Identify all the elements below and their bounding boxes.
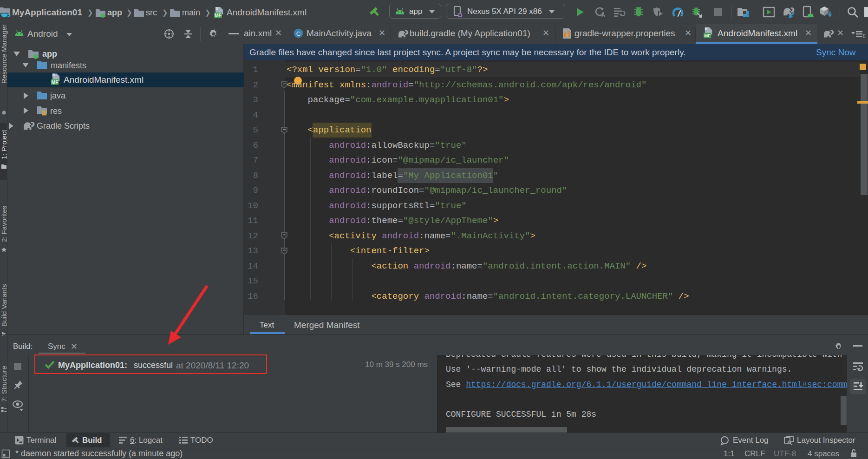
svg-text:A: A [601, 12, 605, 18]
svg-text:5: 5 [863, 34, 866, 39]
svg-text:MF: MF [704, 33, 711, 38]
svg-text:MF: MF [52, 80, 59, 85]
svg-text:MF: MF [215, 13, 221, 18]
svg-text:C: C [296, 30, 301, 37]
